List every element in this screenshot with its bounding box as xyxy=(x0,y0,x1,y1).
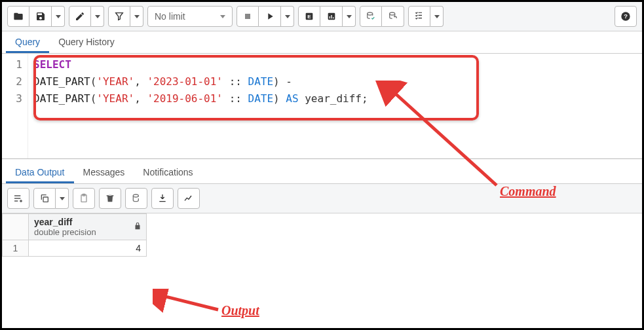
stop-button[interactable] xyxy=(237,6,259,27)
transaction-group xyxy=(360,6,404,27)
svg-rect-5 xyxy=(331,15,331,18)
tab-data-output[interactable]: Data Output xyxy=(6,162,74,183)
sql-editor[interactable]: 1 2 3 SELECT DATE_PART('YEAR', '2023-01-… xyxy=(2,54,642,158)
line-gutter: 1 2 3 xyxy=(2,54,28,158)
row-number: 1 xyxy=(3,240,29,257)
macros-dropdown[interactable] xyxy=(430,6,444,27)
macros-group xyxy=(408,6,444,27)
chevron-down-icon xyxy=(220,15,225,18)
run-button[interactable] xyxy=(259,6,281,27)
edit-dropdown[interactable] xyxy=(91,6,104,27)
editor-tabs: Query Query History xyxy=(2,31,642,54)
chevron-down-icon xyxy=(60,197,65,200)
code-area[interactable]: SELECT DATE_PART('YEAR', '2023-01-01' ::… xyxy=(28,54,642,158)
save-button[interactable] xyxy=(29,6,52,27)
save-dropdown[interactable] xyxy=(52,6,65,27)
keyword-select: SELECT xyxy=(33,58,71,71)
chevron-down-icon xyxy=(134,15,140,18)
column-type: double precision xyxy=(34,227,141,237)
paste-button[interactable] xyxy=(73,188,95,209)
filter-icon xyxy=(114,11,124,22)
line-number: 2 xyxy=(2,73,22,90)
copy-dropdown[interactable] xyxy=(56,188,69,209)
corner-cell xyxy=(3,214,29,240)
line-chart-icon xyxy=(183,193,194,204)
chart-icon xyxy=(326,11,337,22)
db-undo-icon xyxy=(388,11,398,22)
chevron-down-icon xyxy=(434,15,440,18)
tab-history[interactable]: Query History xyxy=(49,31,124,53)
limit-select[interactable]: No limit xyxy=(147,6,233,27)
macros-button[interactable] xyxy=(408,6,430,27)
explain-group: E xyxy=(298,6,356,27)
filter-group xyxy=(108,6,143,27)
list-check-icon xyxy=(414,11,425,22)
output-annotation: Output xyxy=(221,303,259,318)
db-save-icon xyxy=(131,193,142,204)
lock-icon xyxy=(133,221,142,232)
limit-label: No limit xyxy=(155,11,185,22)
svg-line-16 xyxy=(161,295,218,310)
clipboard-icon xyxy=(79,193,89,204)
svg-point-7 xyxy=(368,12,373,15)
fn-datepart: DATE_PART xyxy=(33,75,90,88)
play-icon xyxy=(265,11,275,22)
chart-button[interactable] xyxy=(178,188,200,209)
column-name: year_diff xyxy=(34,217,72,227)
table-row[interactable]: 1 4 xyxy=(3,240,147,257)
svg-rect-11 xyxy=(43,197,48,202)
chevron-down-icon xyxy=(285,15,290,18)
cell-value[interactable]: 4 xyxy=(29,240,147,257)
command-annotation: Command xyxy=(500,184,556,199)
result-grid: year_diff double precision 1 4 xyxy=(2,213,147,257)
db-check-icon xyxy=(366,11,376,22)
folder-icon xyxy=(13,11,24,22)
chevron-down-icon xyxy=(95,15,100,18)
column-header[interactable]: year_diff double precision xyxy=(29,214,147,240)
open-button[interactable] xyxy=(7,6,29,27)
stop-icon xyxy=(242,11,253,22)
trash-icon xyxy=(105,193,115,204)
svg-text:?: ? xyxy=(624,13,628,20)
line-number: 1 xyxy=(2,56,22,73)
explain-button[interactable]: E xyxy=(298,6,320,27)
svg-rect-6 xyxy=(333,17,333,18)
save-icon xyxy=(35,11,46,22)
help-button[interactable]: ? xyxy=(615,6,637,27)
edit-group xyxy=(69,6,104,27)
svg-text:E: E xyxy=(307,14,311,20)
exec-group xyxy=(237,6,294,27)
copy-group xyxy=(33,188,69,209)
copy-button[interactable] xyxy=(33,188,56,209)
save-data-button[interactable] xyxy=(125,188,147,209)
svg-point-14 xyxy=(133,194,138,197)
output-arrow xyxy=(153,289,225,315)
edit-button[interactable] xyxy=(69,6,91,27)
filter-button[interactable] xyxy=(108,6,130,27)
fn-datepart: DATE_PART xyxy=(33,92,90,105)
svg-point-8 xyxy=(389,12,394,15)
file-group xyxy=(7,6,65,27)
run-dropdown[interactable] xyxy=(281,6,294,27)
pencil-icon xyxy=(75,11,85,22)
analyze-dropdown[interactable] xyxy=(343,6,356,27)
add-row-button[interactable] xyxy=(7,188,29,209)
svg-rect-0 xyxy=(245,14,250,19)
analyze-button[interactable] xyxy=(320,6,343,27)
rollback-button[interactable] xyxy=(382,6,404,27)
tab-notifications[interactable]: Notifications xyxy=(134,162,202,183)
svg-rect-4 xyxy=(329,16,330,18)
app-frame: No limit E xyxy=(0,0,644,330)
explain-icon: E xyxy=(304,11,314,22)
rows-plus-icon xyxy=(13,193,24,204)
chevron-down-icon xyxy=(347,15,352,18)
tab-messages[interactable]: Messages xyxy=(74,162,134,183)
filter-dropdown[interactable] xyxy=(130,6,143,27)
download-button[interactable] xyxy=(151,188,174,209)
splitter[interactable] xyxy=(2,158,642,159)
commit-button[interactable] xyxy=(360,6,382,27)
tab-query[interactable]: Query xyxy=(6,31,49,53)
copy-icon xyxy=(39,193,50,204)
delete-button[interactable] xyxy=(99,188,121,209)
help-icon: ? xyxy=(620,11,631,22)
